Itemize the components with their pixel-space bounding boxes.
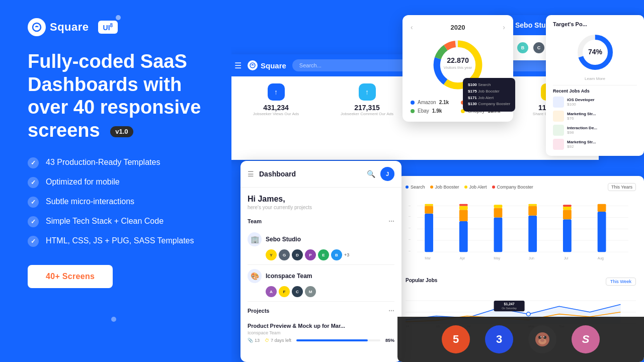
target-item-0: iOS Developer $100	[553, 97, 637, 108]
svg-rect-25	[459, 204, 468, 206]
svg-rect-34	[563, 207, 572, 210]
cta-button[interactable]: 40+ Screens	[28, 265, 113, 288]
menu-icon: ☰	[234, 61, 242, 70]
bar-chart-select[interactable]: This Years	[608, 183, 636, 191]
dp2-avatars-row-0: Y G D P E B +3	[248, 249, 394, 260]
tooltip-line-3: $171 Job Alert	[468, 95, 510, 102]
dp2-avatar: J	[380, 167, 394, 181]
svg-text:22.870: 22.870	[447, 56, 469, 64]
tech-pug	[528, 325, 556, 353]
dp2-title: Dashboard	[259, 170, 362, 178]
bar-chart-header: Search Job Booster Job Alert Company Boo…	[406, 183, 636, 191]
dp2-project-count: 📎 13	[248, 338, 260, 343]
svg-text:Visitors this year: Visitors this year	[444, 65, 472, 70]
stat-icon-0: ↑	[268, 83, 285, 101]
item-title-0: iOS Developer	[567, 98, 637, 102]
svg-point-48	[526, 312, 530, 316]
bar-chart-svg: -- -- -- -- --	[406, 195, 636, 270]
item-info-1: Marketing Str... $76	[567, 112, 637, 121]
donut-nav: ‹ 2020 ›	[411, 23, 505, 31]
item-price-0: $100	[567, 102, 637, 107]
svg-rect-37	[598, 204, 606, 212]
dp2-avatars-row-1: A F C M	[248, 286, 394, 297]
nav-logo-dot	[248, 60, 258, 70]
dp2-search-icon[interactable]: 🔍	[367, 170, 375, 178]
svg-rect-21	[425, 204, 433, 206]
decoration-dot-top	[116, 15, 121, 20]
target-donut: 74%	[575, 32, 615, 72]
legend-dot-amazon	[411, 101, 415, 105]
stat-0: ↑ 431,234 Jobseeker Views Our Ads	[234, 83, 317, 116]
item-icon-0	[553, 97, 564, 108]
svg-rect-31	[528, 204, 537, 206]
legend-ebay: Ebay 1.9k	[411, 108, 455, 114]
dp2-project-name-0: Product Preview & Mock up for Mar...	[248, 323, 348, 329]
feature-item-4: HTML, CSS, JS + PUG, SASS Templates	[28, 235, 206, 247]
feature-item-1: Optimized for mobile	[28, 176, 206, 188]
dp2-team-dots[interactable]: ···	[388, 217, 394, 225]
dp2-mini-av-0-0: Y	[266, 249, 277, 260]
feature-text-4: HTML, CSS, JS + PUG, SASS Templates	[46, 235, 194, 246]
stat-label-1: Jobseeker Comment Our Ads	[326, 112, 409, 116]
dp2-project-meta-0: 📎 13 ⏱ 7 days left 85%	[248, 338, 394, 343]
legend-job-booster: Job Booster	[430, 185, 459, 190]
item-price-3: $92	[567, 144, 637, 149]
legend-label-ebay: Ebay	[418, 108, 429, 114]
svg-rect-28	[494, 205, 503, 208]
line-chart-select[interactable]: This Week	[606, 278, 636, 286]
svg-point-62	[540, 339, 544, 342]
legend-company-booster: Company Booster	[492, 185, 533, 190]
feature-item-3: Simple Tech Stack + Clean Code	[28, 216, 206, 227]
target-item-2: Interaction De... $98	[553, 125, 637, 136]
donut-next-arrow[interactable]: ›	[503, 23, 505, 31]
donut-prev-arrow[interactable]: ‹	[411, 23, 413, 31]
item-info-0: iOS Developer $100	[567, 98, 637, 107]
legend-label-company-booster: Company Booster	[497, 185, 533, 190]
legend-label-amazon: Amazon	[418, 100, 436, 105]
svg-text:Aug: Aug	[598, 256, 604, 260]
legend-val-amazon: 2.1k	[439, 100, 449, 105]
svg-point-64	[543, 336, 544, 337]
feature-item-2: Subtle micro-interactions	[28, 196, 206, 208]
css3-icon: 3	[485, 325, 513, 353]
svg-rect-32	[563, 219, 572, 252]
item-icon-3	[553, 139, 564, 150]
svg-rect-19	[425, 214, 433, 252]
svg-text:Mar: Mar	[425, 256, 431, 260]
donut-year: 2020	[451, 24, 465, 31]
brand-name: Square	[50, 21, 89, 34]
feature-text-0: 43 Production-Ready Templates	[46, 157, 160, 168]
target-item-1: Marketing Str... $76	[553, 111, 637, 122]
feature-text-3: Simple Tech Stack + Clean Code	[46, 216, 164, 227]
svg-rect-20	[425, 206, 433, 214]
svg-text:On Saturday: On Saturday	[502, 307, 517, 310]
item-info-2: Interaction De... $98	[567, 126, 637, 135]
avatar-2: C	[532, 41, 545, 54]
feature-text-1: Optimized for mobile	[46, 176, 120, 188]
dp2-mini-av-1-2: C	[292, 286, 303, 297]
dp2-team-item-0: 🏢 Sebo Studio Y G D P E B +3	[240, 228, 401, 264]
svg-rect-29	[528, 216, 537, 252]
brand-logo: Square	[28, 18, 89, 36]
svg-text:Jul: Jul	[564, 256, 569, 260]
features-list: 43 Production-Ready Templates Optimized …	[28, 157, 206, 247]
svg-rect-35	[563, 205, 572, 207]
svg-rect-22	[459, 221, 468, 252]
time-icon: ⏱	[265, 338, 269, 343]
avatar-1: B	[516, 41, 529, 54]
dp2-mini-av-1-3: M	[305, 286, 316, 297]
hero-heading: Fully-coded SaaS Dashboards with over 40…	[28, 50, 206, 142]
dp2-greeting-title: Hi James,	[248, 195, 394, 204]
item-info-3: Marketing Str... $92	[567, 140, 637, 149]
dp2-plus-0: +3	[344, 249, 349, 260]
dp2-projects-dots[interactable]: ···	[388, 307, 394, 315]
target-learn-more[interactable]: Learn More	[553, 76, 637, 81]
brand-icon	[28, 18, 46, 36]
logo-row: Square UI8	[28, 18, 206, 36]
dp2-progress-bar	[296, 339, 368, 341]
item-icon-2	[553, 125, 564, 136]
svg-rect-30	[528, 206, 537, 216]
feature-item-0: 43 Production-Ready Templates	[28, 157, 206, 168]
legend-val-ebay: 1.9k	[432, 108, 442, 114]
left-panel: Square UI8 Fully-coded SaaS Dashboards w…	[0, 0, 231, 362]
